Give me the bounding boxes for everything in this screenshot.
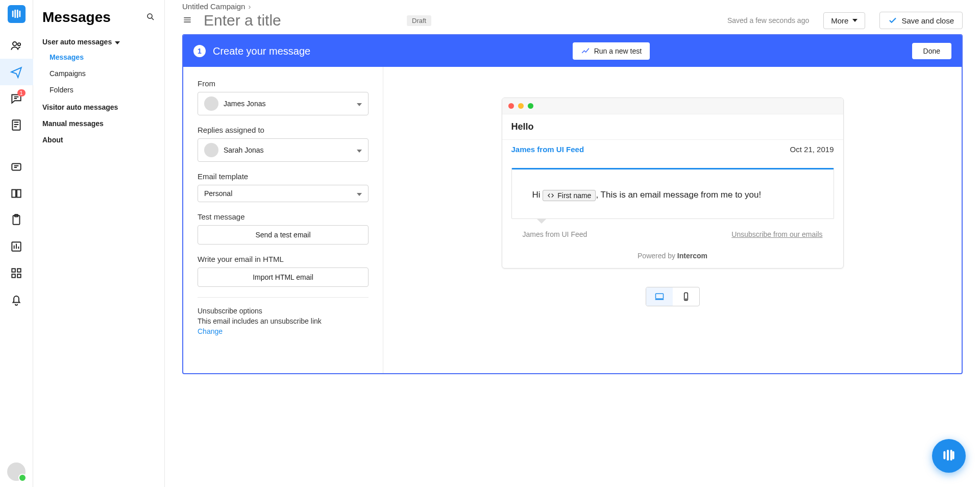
rail-clipboard-icon[interactable] xyxy=(0,207,33,233)
from-label: From xyxy=(198,79,369,88)
title-input[interactable] xyxy=(204,12,398,29)
merge-tag-first-name[interactable]: First name xyxy=(543,190,596,201)
replies-select[interactable]: Sarah Jonas xyxy=(198,138,369,162)
rail-notifications-icon[interactable] xyxy=(0,286,33,313)
rail-chat-icon[interactable]: 1 xyxy=(0,85,33,112)
topbar: Untitled Campaign › Draft Saved a few se… xyxy=(165,0,980,34)
svg-rect-19 xyxy=(943,451,945,459)
unsubscribe-heading: Unsubscribe options xyxy=(198,307,369,315)
email-preview: Hello James from UI Feed Oct 21, 2019 Hi… xyxy=(502,98,844,269)
icon-rail: 1 xyxy=(0,0,33,487)
breadcrumb[interactable]: Untitled Campaign › xyxy=(182,2,963,11)
rail-inbox-icon[interactable] xyxy=(0,154,33,180)
caret-down-icon xyxy=(852,19,857,22)
hamburger-icon[interactable] xyxy=(182,15,192,27)
nav-link-folders[interactable]: Folders xyxy=(33,82,164,98)
write-html-label: Write your email in HTML xyxy=(198,255,369,263)
svg-rect-0 xyxy=(12,10,14,17)
avatar-icon xyxy=(204,143,218,157)
svg-rect-6 xyxy=(12,120,20,130)
step-number: 1 xyxy=(193,45,206,57)
nav-section-user-auto[interactable]: User auto messages xyxy=(33,33,164,49)
nav-link-messages[interactable]: Messages xyxy=(33,49,164,65)
saved-text: Saved a few seconds ago xyxy=(727,16,809,25)
svg-rect-11 xyxy=(12,269,15,272)
nav-section-visitor-auto[interactable]: Visitor auto messages xyxy=(33,98,164,114)
svg-rect-13 xyxy=(12,274,15,278)
run-test-button[interactable]: Run a new test xyxy=(573,42,650,60)
app-logo-icon[interactable] xyxy=(8,5,26,23)
nav-panel: Messages User auto messages Messages Cam… xyxy=(33,0,165,487)
rail-apps-icon[interactable] xyxy=(0,260,33,286)
svg-rect-2 xyxy=(17,9,18,18)
svg-rect-21 xyxy=(950,450,952,460)
template-label: Email template xyxy=(198,172,369,181)
draft-chip: Draft xyxy=(407,15,431,26)
chevron-right-icon: › xyxy=(248,2,251,11)
close-dot-icon xyxy=(508,103,514,109)
svg-point-4 xyxy=(13,42,17,46)
svg-rect-20 xyxy=(947,450,949,460)
minimize-dot-icon xyxy=(518,103,524,109)
svg-rect-22 xyxy=(952,451,954,459)
svg-rect-14 xyxy=(17,274,20,278)
svg-rect-1 xyxy=(14,9,16,18)
chevron-down-icon xyxy=(115,38,120,46)
rail-book-icon[interactable] xyxy=(0,180,33,207)
preview-column: Hello James from UI Feed Oct 21, 2019 Hi… xyxy=(383,67,962,373)
chat-badge: 1 xyxy=(17,89,26,96)
form-column: From James Jonas Replies assigned to Sar… xyxy=(183,67,383,373)
window-chrome xyxy=(502,98,843,114)
caret-down-icon xyxy=(357,100,362,108)
nav-link-campaigns[interactable]: Campaigns xyxy=(33,65,164,82)
template-select[interactable]: Personal xyxy=(198,185,369,202)
builder-header: 1 Create your message Run a new test Don… xyxy=(183,35,962,67)
replies-label: Replies assigned to xyxy=(198,126,369,134)
rail-document-icon[interactable] xyxy=(0,112,33,138)
svg-rect-16 xyxy=(655,294,663,299)
nav-section-about[interactable]: About xyxy=(33,131,164,147)
svg-point-5 xyxy=(18,43,20,45)
caret-down-icon xyxy=(357,146,362,154)
send-test-button[interactable]: Send a test email xyxy=(198,225,369,245)
avatar-icon xyxy=(204,96,218,111)
step-title: Create your message xyxy=(213,45,310,57)
from-select[interactable]: James Jonas xyxy=(198,92,369,115)
unsubscribe-link[interactable]: Unsubscribe from our emails xyxy=(731,230,822,238)
unsubscribe-text: This email includes an unsubscribe link xyxy=(198,317,369,325)
rail-people-icon[interactable] xyxy=(0,32,33,59)
caret-down-icon xyxy=(357,189,362,198)
rail-reports-icon[interactable] xyxy=(0,233,33,260)
builder-card: 1 Create your message Run a new test Don… xyxy=(182,34,963,374)
preview-footer-sender: James from UI Feed xyxy=(523,230,587,238)
svg-point-15 xyxy=(148,14,152,18)
svg-rect-12 xyxy=(17,269,20,272)
search-icon[interactable] xyxy=(146,12,155,23)
done-button[interactable]: Done xyxy=(912,43,951,59)
mobile-preview-button[interactable] xyxy=(673,287,699,306)
svg-rect-7 xyxy=(12,164,20,171)
preview-body[interactable]: Hi First name, This is an email message … xyxy=(511,168,834,219)
divider xyxy=(198,297,369,298)
zoom-dot-icon xyxy=(528,103,533,109)
preview-sender: James from UI Feed xyxy=(511,145,584,154)
svg-rect-3 xyxy=(19,10,21,17)
nav-title: Messages xyxy=(42,9,146,26)
device-toggle xyxy=(646,287,700,306)
preview-subject[interactable]: Hello xyxy=(502,114,843,140)
rail-messages-icon[interactable] xyxy=(0,59,33,85)
svg-point-18 xyxy=(685,299,687,300)
powered-by: Powered by Intercom xyxy=(502,247,843,268)
change-link[interactable]: Change xyxy=(198,327,369,335)
main-area: Untitled Campaign › Draft Saved a few se… xyxy=(165,0,980,487)
nav-section-manual[interactable]: Manual messages xyxy=(33,114,164,131)
test-label: Test message xyxy=(198,212,369,221)
more-button[interactable]: More xyxy=(823,12,865,29)
desktop-preview-button[interactable] xyxy=(646,287,673,306)
import-html-button[interactable]: Import HTML email xyxy=(198,267,369,287)
preview-date: Oct 21, 2019 xyxy=(790,145,834,154)
user-avatar[interactable] xyxy=(7,462,26,481)
messenger-fab[interactable] xyxy=(932,439,966,473)
save-and-close-button[interactable]: Save and close xyxy=(879,12,963,29)
